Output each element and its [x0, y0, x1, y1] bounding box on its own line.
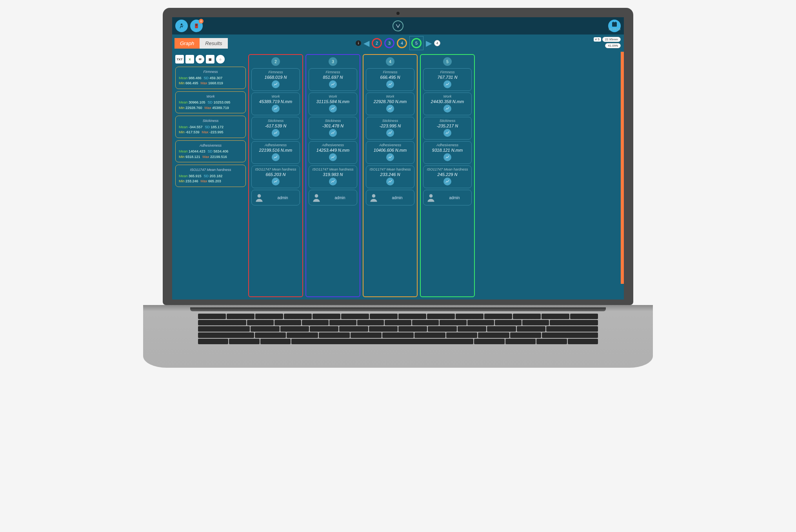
run-button[interactable] [175, 20, 188, 32]
metric-value: 245.229 N [425, 172, 470, 177]
user-name: admin [325, 196, 354, 200]
sample-column-4: 4Firmness666.495 NWork22928.760 N.mmStic… [363, 54, 418, 297]
metric-chart-icon[interactable] [272, 153, 280, 161]
summary-title: ISO11747 Mean hardness [179, 167, 242, 173]
sample-chip[interactable]: 2 [271, 57, 280, 66]
metric-chart-icon[interactable] [329, 129, 337, 137]
sample-nav-circle-3[interactable]: 3 [384, 38, 394, 48]
sample-column-3: 3Firmness851.697 NWork31115.584 N.mmStic… [305, 54, 360, 297]
device-button[interactable] [190, 20, 203, 32]
metric-title: Adhesiveness [311, 143, 355, 147]
metric-title: Work [425, 94, 470, 98]
metric-chart-icon[interactable] [443, 153, 451, 161]
svg-point-8 [315, 194, 318, 198]
metric-chart-icon[interactable] [443, 80, 451, 88]
user-name: admin [268, 196, 297, 200]
metric-value: 22199.516 N.mm [253, 148, 298, 153]
next-sample-arrow[interactable]: ▶ [426, 38, 432, 48]
metric-chart-icon[interactable] [272, 129, 280, 137]
metric-value: 31115.584 N.mm [311, 99, 355, 104]
metric-chart-icon[interactable] [272, 105, 280, 113]
user-name: admin [440, 196, 469, 200]
metric-chart-icon[interactable] [386, 80, 394, 88]
sample-chip[interactable]: 4 [386, 57, 394, 66]
metric-chart-icon[interactable] [386, 105, 394, 113]
metric-value: -223.995 N [368, 123, 413, 128]
metric-value: 24430.358 N.mm [425, 99, 470, 104]
metric-value: 9318.121 N.mm [425, 148, 470, 153]
prev-sample-arrow[interactable]: ◀ [363, 38, 369, 48]
export-xls-button[interactable]: X [185, 55, 194, 64]
metric-card-stickiness: Stickiness-235.217 N [423, 117, 472, 140]
metric-chart-icon[interactable] [272, 80, 280, 88]
metric-chart-icon[interactable] [443, 105, 451, 113]
metric-title: Firmness [311, 70, 355, 74]
metric-title: Work [253, 94, 298, 98]
calendar-button[interactable]: 15:25:15 [608, 20, 621, 32]
metric-chart-icon[interactable] [386, 153, 394, 161]
metric-card-work: Work31115.584 N.mm [309, 93, 357, 115]
export-mail-button[interactable]: ✉ [196, 55, 204, 64]
metric-card-iso: ISO11747 Mean hardness665.203 N [251, 165, 300, 188]
metric-value: 851.697 N [311, 75, 355, 80]
scrollbar[interactable] [621, 52, 624, 284]
home-button[interactable]: ⌂ [216, 55, 225, 64]
user-card: admin [309, 190, 357, 205]
sample-nav-circle-2[interactable]: 2 [372, 38, 382, 48]
metric-title: Adhesiveness [253, 143, 298, 147]
metric-card-firmness: Firmness666.495 N [366, 68, 414, 91]
metric-chart-icon[interactable] [443, 129, 451, 137]
metric-card-firmness: Firmness851.697 N [309, 68, 357, 91]
metric-title: Stickiness [311, 119, 355, 123]
tab-results[interactable]: Results [200, 38, 227, 49]
metric-chart-icon[interactable] [329, 153, 337, 161]
live-readout: # 5 22.95mm 41.09N [594, 37, 621, 48]
metric-card-work: Work24430.358 N.mm [423, 93, 472, 115]
metric-value: 10406.606 N.mm [368, 148, 413, 153]
metric-value: 767.731 N [425, 75, 470, 80]
metric-card-stickiness: Stickiness-617.539 N [251, 117, 300, 140]
metric-chart-icon[interactable] [386, 178, 394, 185]
metric-card-firmness: Firmness1668.019 N [251, 68, 300, 91]
metric-card-stickiness: Stickiness-301.478 N [309, 117, 357, 140]
summary-title: Firmness [179, 69, 242, 75]
user-card: admin [423, 190, 472, 205]
metric-value: 45389.719 N.mm [253, 99, 298, 104]
metric-card-adhesiveness: Adhesiveness10406.606 N.mm [366, 141, 414, 164]
sample-column-2: 2Firmness1668.019 NWork45389.719 N.mmSti… [248, 54, 303, 297]
metric-chart-icon[interactable] [386, 129, 394, 137]
metric-value: -617.539 N [253, 123, 298, 128]
tab-graph[interactable]: Graph [174, 38, 200, 49]
summary-card-3: AdhesivenessMean 14044.423SD 5834.406Min… [175, 140, 246, 163]
metric-value: 319.983 N [311, 172, 355, 177]
export-txt-button[interactable]: TXT [175, 55, 184, 64]
sub-nav: Graph Results i ◀ 2345 ▶ 4 # 5 22.95mm 4… [172, 34, 624, 52]
info-icon[interactable]: i [356, 40, 361, 46]
top-bar: 15:25:15 [172, 17, 624, 34]
metric-chart-icon[interactable] [443, 178, 451, 185]
export-doc-button[interactable]: ▦ [206, 55, 214, 64]
metric-title: Adhesiveness [425, 143, 470, 147]
metric-card-work: Work45389.719 N.mm [251, 93, 300, 115]
user-icon [426, 192, 436, 203]
sample-nav-circle-4[interactable]: 4 [397, 38, 407, 48]
metric-value: 666.495 N [368, 75, 413, 80]
readout-sample-label: # 5 [594, 37, 601, 42]
metric-card-adhesiveness: Adhesiveness14253.449 N.mm [309, 141, 357, 164]
svg-point-7 [258, 194, 261, 198]
summary-title: Work [179, 94, 242, 100]
metric-card-iso: ISO11747 Mean hardness245.229 N [423, 165, 472, 188]
sample-chip[interactable]: 3 [329, 57, 337, 66]
metric-title: ISO11747 Mean hardness [253, 167, 298, 171]
sample-nav-circle-5[interactable]: 5 [411, 38, 422, 48]
metric-chart-icon[interactable] [272, 178, 280, 185]
metric-chart-icon[interactable] [329, 105, 337, 113]
metric-chart-icon[interactable] [329, 178, 337, 185]
sample-column-5: 5Firmness767.731 NWork24430.358 N.mmStic… [420, 54, 475, 297]
sample-selector: i ◀ 2345 ▶ 4 [356, 36, 440, 50]
sample-chip[interactable]: 5 [443, 57, 452, 66]
metric-value: 14253.449 N.mm [311, 148, 355, 153]
metric-chart-icon[interactable] [329, 80, 337, 88]
metric-title: ISO11747 Mean hardness [311, 167, 355, 171]
svg-rect-4 [612, 22, 617, 24]
